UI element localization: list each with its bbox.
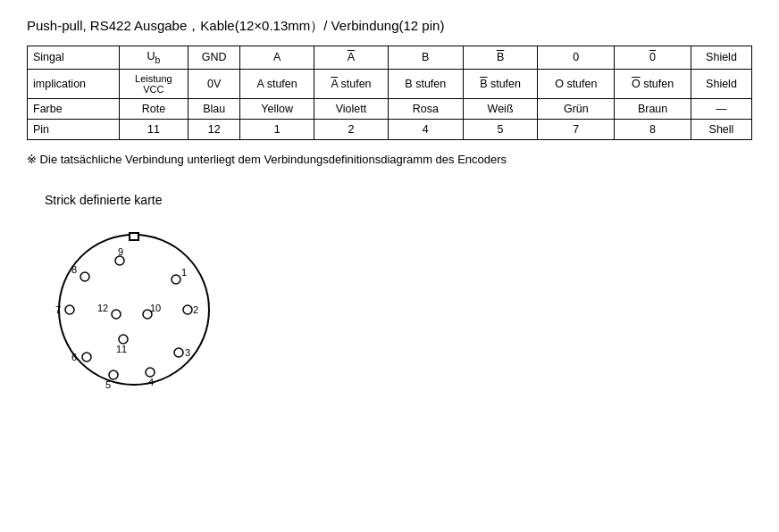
row2-col8: Grün — [538, 98, 615, 119]
row1-col1: implication — [28, 69, 120, 98]
row2-col5: Violett — [314, 98, 389, 119]
svg-point-4 — [174, 348, 183, 357]
col-b-bar: B — [463, 46, 538, 70]
col-a-bar: A — [314, 46, 389, 70]
svg-text:9: 9 — [118, 246, 123, 257]
row1-col10: Shield — [691, 69, 751, 98]
connector-svg: 1 2 3 4 5 6 7 8 9 10 — [45, 216, 223, 403]
diagram-section: Strick definierte karte 1 2 3 4 5 6 — [27, 193, 752, 403]
svg-point-0 — [172, 275, 180, 284]
svg-point-22 — [112, 310, 121, 319]
row1-col6: B stufen — [388, 69, 463, 98]
page-title: Push-pull, RS422 Ausgabe，Kable(12×0.13mm… — [27, 18, 752, 35]
signal-table: Singal Ub GND A A B B 0 0 Shield implica… — [27, 46, 752, 140]
svg-point-8 — [109, 370, 118, 379]
svg-point-10 — [82, 353, 91, 362]
svg-text:1: 1 — [181, 267, 187, 278]
svg-point-14 — [80, 272, 89, 281]
svg-text:12: 12 — [97, 303, 108, 313]
svg-text:5: 5 — [105, 379, 111, 390]
svg-text:8: 8 — [71, 264, 77, 275]
row2-col6: Rosa — [388, 98, 463, 119]
row2-col2: Rote — [119, 98, 188, 119]
svg-text:6: 6 — [71, 352, 77, 362]
row3-col1: Pin — [28, 119, 120, 139]
row3-col4: 1 — [240, 119, 314, 139]
svg-text:4: 4 — [148, 377, 154, 387]
svg-point-2 — [183, 305, 192, 314]
col-0: 0 — [538, 46, 615, 70]
svg-point-12 — [65, 305, 74, 314]
row1-col8: O stufen — [538, 69, 615, 98]
row2-col10: — — [691, 98, 751, 119]
row3-col2: 11 — [119, 119, 188, 139]
note-text: ※ Die tatsächliche Verbindung unterliegt… — [27, 153, 752, 166]
row1-col5: A stufen — [314, 69, 389, 98]
row3-col6: 4 — [388, 119, 463, 139]
svg-text:7: 7 — [55, 304, 61, 315]
col-shield: Shield — [691, 46, 751, 70]
row2-col7: Weiß — [463, 98, 538, 119]
col-ub: Ub — [119, 46, 188, 70]
svg-point-6 — [146, 368, 155, 377]
row3-col9: 8 — [615, 119, 691, 139]
col-b: B — [388, 46, 463, 70]
svg-text:3: 3 — [185, 347, 190, 358]
row3-col3: 12 — [188, 119, 240, 139]
col-gnd: GND — [188, 46, 240, 70]
row3-col10: Shell — [691, 119, 751, 139]
notch — [129, 232, 139, 241]
svg-point-20 — [119, 335, 128, 344]
row3-col8: 7 — [538, 119, 615, 139]
row1-col4: A stufen — [240, 69, 314, 98]
col-a: A — [240, 46, 314, 70]
svg-point-16 — [115, 256, 124, 265]
row2-col4: Yellow — [240, 98, 314, 119]
row1-col3: 0V — [188, 69, 240, 98]
row2-col1: Farbe — [28, 98, 120, 119]
row1-col9: O stufen — [615, 69, 691, 98]
row1-col2: LeistungVCC — [119, 69, 188, 98]
row3-col5: 2 — [314, 119, 389, 139]
svg-text:2: 2 — [193, 304, 198, 315]
row2-col9: Braun — [615, 98, 691, 119]
row3-col7: 5 — [463, 119, 538, 139]
diagram-label: Strick definierte karte — [45, 193, 163, 207]
row1-col7: B stufen — [463, 69, 538, 98]
connector-diagram: 1 2 3 4 5 6 7 8 9 10 — [45, 216, 223, 403]
svg-text:10: 10 — [150, 303, 161, 313]
row2-col3: Blau — [188, 98, 240, 119]
svg-text:11: 11 — [116, 344, 127, 354]
col-0-bar: 0 — [615, 46, 691, 70]
col-signal: Singal — [28, 46, 120, 70]
